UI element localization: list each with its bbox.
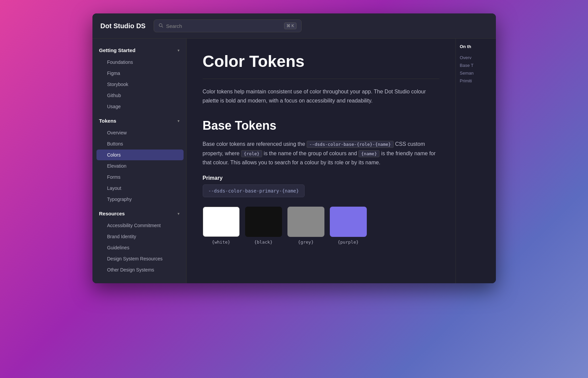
sidebar-item-brand-identity[interactable]: Brand Identity <box>96 231 184 242</box>
svg-line-1 <box>162 26 163 27</box>
sidebar-section-tokens: Tokens ▾ Overview Buttons Colors Elevati… <box>92 115 186 205</box>
base-tokens-description: Base color tokens are referenced using t… <box>203 139 439 167</box>
sidebar-items-getting-started: Foundations Figma Storybook Github Usage <box>92 57 186 112</box>
search-bar[interactable]: Search ⌘ K <box>154 19 302 32</box>
body-text-1: Base color tokens are referenced using t… <box>203 141 305 147</box>
sidebar-item-figma[interactable]: Figma <box>96 68 184 79</box>
main-content: Color Tokens Color tokens help maintain … <box>187 39 456 283</box>
app-window: Dot Studio DS Search ⌘ K Getting Started… <box>92 13 496 283</box>
swatch-label-black: {black} <box>254 240 273 245</box>
sidebar-item-forms[interactable]: Forms <box>96 172 184 182</box>
sidebar-section-header-tokens[interactable]: Tokens ▾ <box>92 115 186 127</box>
swatch-label-white: {white} <box>212 240 230 245</box>
search-shortcut: ⌘ K <box>284 23 297 29</box>
toc-item-primiti[interactable]: Primiti <box>460 77 492 85</box>
swatch-grey: {grey} <box>287 207 324 245</box>
sidebar-section-resources: Resources ▾ Accessibility Commitment Bra… <box>92 207 186 275</box>
swatch-box-black <box>245 207 282 237</box>
toc-item-seman[interactable]: Seman <box>460 69 492 77</box>
search-placeholder: Search <box>166 23 281 29</box>
sidebar-section-title-tokens: Tokens <box>99 118 116 124</box>
sidebar-item-storybook[interactable]: Storybook <box>96 79 184 90</box>
name-code: {name} <box>358 150 380 157</box>
sidebar-section-title-getting-started: Getting Started <box>99 47 135 53</box>
primary-code-block: --dsds-color-base-primary-{name} <box>203 184 305 197</box>
sidebar-item-accessibility[interactable]: Accessibility Commitment <box>96 220 184 231</box>
body-text-3: is the name of the group of colours and <box>264 151 358 156</box>
chevron-down-icon-resources: ▾ <box>178 211 180 216</box>
app-logo: Dot Studio DS <box>101 22 146 30</box>
sidebar-item-typography[interactable]: Typography <box>96 194 184 205</box>
body: Getting Started ▾ Foundations Figma Stor… <box>92 39 496 283</box>
sidebar-item-layout[interactable]: Layout <box>96 183 184 194</box>
sidebar-items-tokens: Overview Buttons Colors Elevation Forms … <box>92 127 186 205</box>
swatch-label-purple: {purple} <box>338 240 359 245</box>
sidebar-item-other-design-systems[interactable]: Other Design Systems <box>96 264 184 275</box>
swatch-white: {white} <box>203 207 240 245</box>
base-tokens-title: Base Tokens <box>203 119 439 133</box>
sidebar-section-title-resources: Resources <box>99 211 125 216</box>
header: Dot Studio DS Search ⌘ K <box>92 13 496 39</box>
sidebar-item-github[interactable]: Github <box>96 90 184 101</box>
sidebar-item-foundations[interactable]: Foundations <box>96 57 184 68</box>
swatch-black: {black} <box>245 207 282 245</box>
swatch-box-white <box>203 207 240 237</box>
sidebar-section-header-resources[interactable]: Resources ▾ <box>92 207 186 220</box>
toc-item-overv[interactable]: Overv <box>460 54 492 61</box>
chevron-down-icon-tokens: ▾ <box>178 119 180 123</box>
toc-title: On th <box>460 44 492 49</box>
sidebar-section-header-getting-started[interactable]: Getting Started ▾ <box>92 44 186 56</box>
swatch-box-purple <box>330 207 367 237</box>
sidebar-item-buttons[interactable]: Buttons <box>96 138 184 149</box>
css-var-code: --dsds-color-base-{role}-{name} <box>307 141 394 148</box>
sidebar-item-guidelines[interactable]: Guidelines <box>96 242 184 253</box>
sidebar: Getting Started ▾ Foundations Figma Stor… <box>92 39 187 283</box>
swatch-purple: {purple} <box>330 207 367 245</box>
sidebar-item-usage[interactable]: Usage <box>96 101 184 112</box>
page-title: Color Tokens <box>203 52 439 79</box>
swatch-label-grey: {grey} <box>298 240 314 245</box>
search-icon <box>159 23 163 29</box>
right-panel-toc: On th Overv Base T Seman Primiti <box>456 39 496 283</box>
swatch-box-grey <box>287 207 324 237</box>
sidebar-section-getting-started: Getting Started ▾ Foundations Figma Stor… <box>92 44 186 112</box>
intro-text: Color tokens help maintain consistent us… <box>203 87 439 105</box>
color-swatches: {white} {black} {grey} {purple} <box>203 207 439 245</box>
role-code: {role} <box>241 150 262 157</box>
primary-label: Primary <box>203 175 439 181</box>
sidebar-item-colors[interactable]: Colors <box>96 150 184 160</box>
toc-item-base-t[interactable]: Base T <box>460 61 492 69</box>
sidebar-item-design-system-resources[interactable]: Design System Resources <box>96 253 184 264</box>
chevron-down-icon: ▾ <box>178 48 180 53</box>
sidebar-item-overview[interactable]: Overview <box>96 127 184 138</box>
sidebar-items-resources: Accessibility Commitment Brand Identity … <box>92 220 186 275</box>
sidebar-item-elevation[interactable]: Elevation <box>96 161 184 171</box>
